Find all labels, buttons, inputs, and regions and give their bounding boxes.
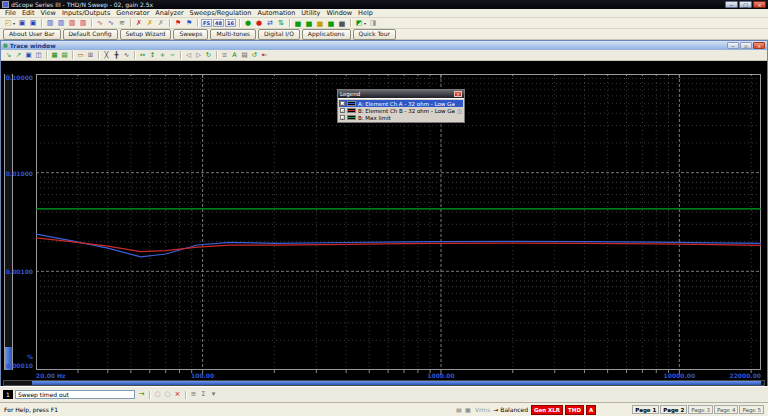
page-tab-page-5[interactable]: Page 5 [739, 405, 764, 414]
legend-row[interactable]: ✓B: Max limit [339, 114, 463, 121]
analyzer-wave-icon[interactable]: ∿ [106, 18, 116, 28]
macro-edit-icon[interactable]: ◨ [368, 18, 378, 28]
fft-panel-icon[interactable]: ≋ [117, 18, 127, 28]
menu-inputs-outputs[interactable]: Inputs/Outputs [59, 9, 113, 18]
legend-close-button[interactable]: × [454, 91, 462, 97]
annotation-icon[interactable]: A [230, 51, 239, 60]
inputs-outputs-panel-icon[interactable]: ▥ [45, 18, 55, 28]
userbar-button-sweeps[interactable]: Sweeps [173, 29, 208, 40]
close-button[interactable]: × [753, 1, 766, 8]
menu-automation[interactable]: Automation [254, 9, 298, 18]
generator-panel-icon[interactable]: ▥ [56, 18, 66, 28]
sweep-flag-icon[interactable]: ⚑ [173, 18, 183, 28]
copy-trace-icon[interactable]: ◫ [34, 51, 43, 60]
zoom-in-icon[interactable]: + [158, 51, 167, 60]
regulation-flag-icon[interactable]: ⚑ [184, 18, 194, 28]
save-trace-icon[interactable]: ▣ [24, 51, 33, 60]
stop-icon[interactable]: ● [254, 18, 264, 28]
analyzer-panel-icon[interactable]: ▥ [67, 18, 77, 28]
page-tab-page-3[interactable]: Page 3 [688, 405, 713, 414]
menu-utility[interactable]: Utility [298, 9, 323, 18]
print-trace-icon[interactable]: ▤ [240, 51, 249, 60]
plot-horizontal-scrollbar-thumb[interactable] [32, 381, 761, 385]
pan-left-icon[interactable]: ◁ [184, 51, 193, 60]
sample-rate-fs-icon[interactable]: FS [201, 19, 212, 27]
legend-row[interactable]: ✓A: Element Ch A - 32 ohm - Low Gain◫ [339, 100, 463, 107]
legend-row[interactable]: ✓B: Element Ch B - 32 ohm - Low Gain◫ [339, 107, 463, 114]
userbar-button-applications[interactable]: Applications [302, 29, 351, 40]
legend-visibility-checkbox[interactable]: ✓ [340, 101, 345, 106]
axes-setup-icon[interactable]: ▭ [76, 51, 85, 60]
minimize-button[interactable]: ─ [725, 1, 738, 8]
zoom-y-icon[interactable]: ↕ [148, 51, 157, 60]
dock-trace-icon[interactable]: ⇤ [260, 51, 269, 60]
script-window-icon[interactable]: ▅ [337, 18, 347, 28]
menu-window[interactable]: Window [323, 9, 355, 18]
close-panels-icon[interactable]: ✗ [134, 18, 144, 28]
zoom-x-icon[interactable]: ↔ [138, 51, 147, 60]
monitor-icon[interactable]: ▦ [464, 406, 472, 414]
legend-visibility-checkbox[interactable]: ✓ [340, 115, 345, 120]
dropdown-arrow-icon[interactable]: ▾ [13, 21, 15, 26]
event-summary-icon[interactable]: Σ [199, 390, 208, 399]
userbar-button-about-user-bar[interactable]: About User Bar [3, 29, 61, 40]
page-tab-page-1[interactable]: Page 1 [632, 405, 659, 414]
event-message-field[interactable] [15, 390, 135, 399]
result-table-icon[interactable]: ▅ [315, 18, 325, 28]
trace-maximize-button[interactable]: ▫ [740, 42, 752, 49]
userbar-button-digital-i-o[interactable]: Digital I/O [258, 29, 300, 40]
save-project-icon[interactable]: ▣ [17, 18, 27, 28]
zoom-out-icon[interactable]: − [168, 51, 177, 60]
next-event-icon[interactable]: → [137, 390, 146, 399]
trace-window-titlebar[interactable]: ▦ Trace window ─▫× [1, 41, 767, 50]
menu-file[interactable]: File [2, 9, 19, 18]
save-all-icon[interactable]: ▣ [28, 18, 38, 28]
next-error-icon[interactable]: ○ [163, 390, 172, 399]
event-list-icon[interactable]: ≡ [189, 390, 198, 399]
menu-help[interactable]: Help [355, 9, 376, 18]
userbar-button-quick-tour[interactable]: Quick Tour [353, 29, 396, 40]
legend-toggle-icon[interactable]: ≡ [220, 51, 229, 60]
userbar-button-setup-wizard[interactable]: Setup Wizard [120, 29, 172, 40]
maximize-button[interactable]: □ [739, 1, 752, 8]
legend-titlebar[interactable]: Legend × [338, 90, 464, 98]
trace-close-button[interactable]: × [753, 42, 765, 49]
userbar-button-multi-tones[interactable]: Multi-tones [210, 29, 255, 40]
channel-check-icon[interactable]: ▤ [455, 406, 463, 414]
add-trace-icon[interactable]: ↘ [4, 51, 13, 60]
continuous-acquisition-icon[interactable]: ⇅ [276, 18, 286, 28]
trace-window-icon[interactable]: ▅ [293, 18, 303, 28]
export-trace-icon[interactable]: ↗ [14, 51, 23, 60]
trace-list-icon[interactable]: ▤ [60, 51, 69, 60]
event-options-icon[interactable]: ▾ [209, 390, 218, 399]
page-tab-page-2[interactable]: Page 2 [660, 405, 687, 414]
pan-right-icon[interactable]: ▷ [194, 51, 203, 60]
menu-analyzer[interactable]: Analyzer [152, 9, 186, 18]
clear-trace-icon[interactable]: ✗ [156, 18, 166, 28]
sample-rate-48k-icon[interactable]: 48 [213, 19, 224, 27]
dropdown-arrow-icon[interactable]: ▾ [364, 21, 366, 26]
prev-error-icon[interactable]: ○ [153, 390, 162, 399]
wordlength-16bit-icon[interactable]: 16 [225, 19, 236, 27]
marker-icon[interactable]: ∿ [122, 51, 131, 60]
scope-panel-icon[interactable]: ▥ [78, 18, 88, 28]
menu-generator[interactable]: Generator [113, 9, 152, 18]
macro-run-icon[interactable]: ◩ [354, 18, 364, 28]
x-cursor-icon[interactable]: ╳ [102, 51, 111, 60]
page-tab-page-4[interactable]: Page 4 [714, 405, 739, 414]
trace-minimize-button[interactable]: ─ [727, 42, 739, 49]
generator-wave-icon[interactable]: ∿ [95, 18, 105, 28]
y-axis-assign-icon[interactable]: ◫ [457, 101, 462, 107]
trace-properties-icon[interactable]: ▦ [50, 51, 59, 60]
menu-sweeps-regulation[interactable]: Sweeps/Regulation [187, 9, 255, 18]
menu-view[interactable]: View [37, 9, 58, 18]
mute-outputs-icon[interactable]: ✗ [145, 18, 155, 28]
status-window-icon[interactable]: ▅ [326, 18, 336, 28]
y-axis-assign-icon[interactable]: ◫ [457, 108, 462, 114]
grid-toggle-icon[interactable]: ⊞ [86, 51, 95, 60]
legend-visibility-checkbox[interactable]: ✓ [340, 108, 345, 113]
refresh-trace-icon[interactable]: ↺ [250, 51, 259, 60]
sweep-run-icon[interactable]: ⇄ [265, 18, 275, 28]
bar-graph-icon[interactable]: ▅ [304, 18, 314, 28]
y-cursor-icon[interactable]: ╋ [112, 51, 121, 60]
